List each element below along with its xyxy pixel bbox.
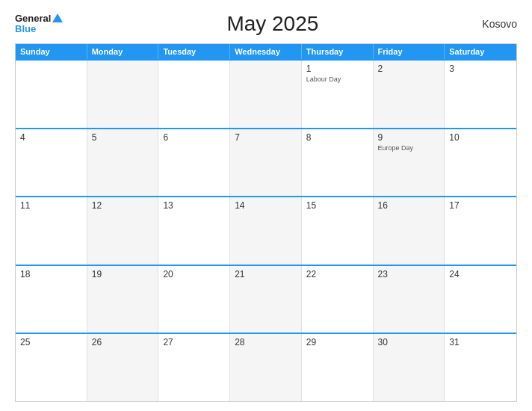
week-4: 18 19 20 21 22 23 24: [16, 265, 516, 333]
calendar-title: May 2025: [226, 12, 318, 36]
cell-w4-wed: 21: [230, 266, 302, 333]
cell-w5-sun: 25: [16, 334, 87, 401]
cell-w2-sat: 10: [445, 129, 516, 197]
cell-w4-fri: 23: [374, 266, 445, 333]
header-saturday: Saturday: [445, 44, 516, 59]
calendar-header-row: Sunday Monday Tuesday Wednesday Thursday…: [16, 44, 516, 59]
cell-w4-tue: 20: [158, 266, 230, 333]
cell-w2-tue: 6: [158, 129, 230, 197]
logo-triangle-icon: [52, 13, 63, 22]
cell-w3-mon: 12: [87, 197, 159, 265]
cell-w2-mon: 5: [87, 129, 159, 197]
cell-w5-thu: 29: [302, 334, 374, 401]
calendar-body: 1 Labour Day 2 3 4 5 6 7 8 9 Europe Day …: [16, 59, 516, 401]
week-5: 25 26 27 28 29 30 31: [16, 333, 516, 401]
cell-w1-sat: 3: [445, 61, 516, 128]
cell-w3-sun: 11: [16, 197, 87, 265]
cell-w3-thu: 15: [302, 197, 374, 265]
cell-w5-sat: 31: [445, 334, 516, 401]
header-monday: Monday: [87, 44, 159, 59]
cell-w1-tue: [158, 61, 230, 128]
logo-blue-text: Blue: [15, 24, 63, 34]
cell-w4-mon: 19: [87, 266, 159, 333]
header-wednesday: Wednesday: [230, 44, 302, 59]
header-sunday: Sunday: [16, 44, 87, 59]
header-friday: Friday: [374, 44, 445, 59]
cell-w3-fri: 16: [374, 197, 445, 265]
cell-w4-sat: 24: [445, 266, 516, 333]
cell-w5-tue: 27: [158, 334, 230, 401]
cell-w1-thu: 1 Labour Day: [302, 61, 374, 128]
page: General Blue May 2025 Kosovo Sunday Mond…: [0, 0, 532, 411]
cell-w3-tue: 13: [158, 197, 230, 265]
week-3: 11 12 13 14 15 16 17: [16, 196, 516, 265]
cell-w3-wed: 14: [230, 197, 302, 265]
header-thursday: Thursday: [302, 44, 374, 59]
calendar: Sunday Monday Tuesday Wednesday Thursday…: [15, 43, 517, 402]
cell-w2-thu: 8: [302, 129, 374, 197]
cell-w2-wed: 7: [230, 129, 302, 197]
cell-w2-fri: 9 Europe Day: [374, 129, 445, 197]
logo-general-text: General: [15, 13, 51, 24]
logo: General Blue: [15, 13, 63, 35]
cell-w1-sun: [16, 61, 87, 128]
cell-w5-mon: 26: [87, 334, 159, 401]
cell-w2-sun: 4: [16, 129, 87, 197]
cell-w5-fri: 30: [374, 334, 445, 401]
week-1: 1 Labour Day 2 3: [16, 59, 516, 128]
week-2: 4 5 6 7 8 9 Europe Day 10: [16, 128, 516, 197]
cell-w3-sat: 17: [445, 197, 516, 265]
cell-w1-mon: [87, 61, 159, 128]
cell-w4-sun: 18: [16, 266, 87, 333]
header-tuesday: Tuesday: [158, 44, 230, 59]
cell-w4-thu: 22: [302, 266, 374, 333]
country-label: Kosovo: [482, 18, 517, 30]
cell-w1-wed: [230, 61, 302, 128]
calendar-header: General Blue May 2025 Kosovo: [15, 12, 517, 36]
cell-w5-wed: 28: [230, 334, 302, 401]
cell-w1-fri: 2: [374, 61, 445, 128]
